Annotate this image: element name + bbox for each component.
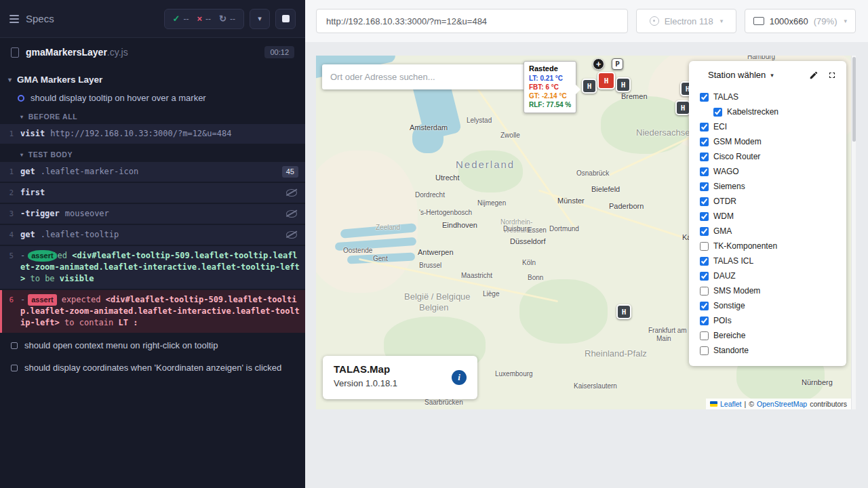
specs-label: Specs <box>26 13 54 24</box>
scrollbar-thumb[interactable] <box>852 57 856 142</box>
tooltip-measurement: RLF: 77.54 % <box>529 100 571 109</box>
test-body-header[interactable]: ▾ TEST BODY <box>0 145 305 162</box>
station-checkbox-row[interactable]: GMA <box>689 224 846 239</box>
station-checkbox-row[interactable]: Siemens <box>689 179 846 194</box>
station-checkbox-row[interactable]: Bereiche <box>689 328 846 343</box>
station-checkbox-row[interactable]: DAUZ <box>689 268 846 283</box>
station-checkbox[interactable] <box>700 152 709 161</box>
spec-header[interactable]: gmaMarkersLayer.cy.js 00:12 <box>0 38 305 65</box>
chevron-down-icon: ▾ <box>720 18 724 24</box>
station-checkbox[interactable] <box>700 227 709 236</box>
station-label: Standorte <box>713 346 749 355</box>
station-checkbox[interactable] <box>700 317 709 325</box>
station-checkbox[interactable] <box>700 197 709 206</box>
command-get-markers[interactable]: 1 get.leaflet-marker-icon 45 <box>0 162 305 182</box>
command-visit[interactable]: 1 visithttp://192.168.10.33:3000/?m=12&u… <box>0 124 305 144</box>
map-label: Düsseldorf <box>510 237 546 245</box>
specs-menu-icon <box>9 15 19 23</box>
station-checkbox[interactable] <box>700 182 709 191</box>
station-checkbox-row[interactable]: POIs <box>689 313 846 328</box>
map-label: Belgien <box>419 302 448 312</box>
stop-tests-button[interactable] <box>275 9 296 29</box>
station-checkbox-row[interactable]: WAGO <box>689 164 846 179</box>
osm-link[interactable]: OpenStreetMap <box>757 400 807 408</box>
station-checkbox[interactable] <box>700 331 709 340</box>
command-first[interactable]: 2 first <box>0 183 305 203</box>
station-marker[interactable]: H <box>675 100 690 115</box>
station-checkbox[interactable] <box>700 167 709 176</box>
command-assert-passed[interactable]: 5 -assertexpected <div#leaflet-tooltip-5… <box>0 246 305 289</box>
url-bar[interactable]: http://192.168.10.33:3000/?m=12&u=484 <box>316 9 628 33</box>
map-label: Eindhoven <box>442 221 477 229</box>
station-checkbox-row[interactable]: TALAS <box>689 89 846 104</box>
station-checkbox-row[interactable]: Sonstige <box>689 298 846 313</box>
station-checkbox[interactable] <box>700 257 709 266</box>
station-checkbox[interactable] <box>700 302 709 310</box>
suite-title[interactable]: ▾ GMA Markers Layer <box>0 70 305 89</box>
marker-tooltip: Rastede LT: 0.21 °CFBT: 6 °CGT: -2.14 °C… <box>524 61 576 113</box>
map-scrollbar[interactable] <box>851 56 856 409</box>
station-checkbox-row[interactable]: TALAS ICL <box>689 253 846 268</box>
station-checkbox-row[interactable]: WDM <box>689 209 846 224</box>
before-all-header[interactable]: ▾ BEFORE ALL <box>0 107 305 124</box>
collapse-caret-icon: ▾ <box>20 152 24 158</box>
station-checkbox[interactable] <box>713 108 722 117</box>
leaflet-link[interactable]: Leaflet <box>720 400 742 408</box>
station-label: Kabelstrecken <box>727 107 778 117</box>
pending-test-context-menu[interactable]: should open context menu on right-click … <box>0 334 305 357</box>
station-label: TALAS <box>713 92 738 102</box>
station-checkbox[interactable] <box>700 93 709 102</box>
station-marker[interactable]: + <box>593 58 604 70</box>
station-filter-panel: Station wählen ▾ TALAS Kabels <box>689 61 846 366</box>
command-get-tooltip[interactable]: 4 get.leaflet-tooltip <box>0 225 305 245</box>
viewport-select[interactable]: 1000x660 (79%) ▾ <box>745 9 856 33</box>
command-trigger[interactable]: 3 -triggermouseover <box>0 204 305 224</box>
map-label: Münster <box>557 197 585 205</box>
station-marker[interactable]: H <box>616 304 631 319</box>
active-test-title[interactable]: should display tooltip on hover over a m… <box>0 89 305 107</box>
command-method: get <box>20 167 35 176</box>
station-checkbox[interactable] <box>700 138 709 146</box>
station-checkbox-row[interactable]: Cisco Router <box>689 149 846 164</box>
station-marker[interactable]: P <box>612 58 623 70</box>
station-select[interactable]: Station wählen ▾ <box>708 70 774 80</box>
command-assert-failed[interactable]: 6 -assertexpected <div#leaflet-tooltip-5… <box>0 290 305 333</box>
station-marker[interactable]: H <box>582 79 597 94</box>
station-checkbox[interactable] <box>700 272 709 281</box>
station-checkbox-row[interactable]: ECI <box>689 119 846 134</box>
station-checkbox[interactable] <box>700 212 709 221</box>
station-checkbox[interactable] <box>700 287 709 296</box>
eye-slash-icon <box>286 231 297 239</box>
active-test-label: should display tooltip on hover over a m… <box>31 93 206 103</box>
map-label: 's-Hertogenbosch <box>419 209 472 216</box>
station-checkbox-row[interactable]: GSM Modem <box>689 134 846 149</box>
map-label: Liège <box>483 290 499 298</box>
station-checkbox-row[interactable]: Kabelstrecken <box>689 104 846 119</box>
station-checkbox-row[interactable]: Standorte <box>689 343 846 358</box>
leaflet-map[interactable]: HamburgGroningenLeeuwardenBremenLelystad… <box>316 56 856 409</box>
station-checkbox-row[interactable]: TK-Komponenten <box>689 239 846 253</box>
preferences-collapse-button[interactable]: ▾ <box>250 9 270 29</box>
map-label: Paderborn <box>609 202 644 210</box>
aut-panel: http://192.168.10.33:3000/?m=12&u=484 El… <box>305 0 868 488</box>
station-marker[interactable]: H <box>616 77 631 92</box>
expand-icon[interactable] <box>827 70 837 80</box>
info-icon[interactable]: i <box>452 370 467 385</box>
station-marker[interactable]: H <box>597 72 615 89</box>
marker-glyph: H <box>621 81 626 89</box>
collapse-caret-icon: ▾ <box>8 76 12 83</box>
map-search-input[interactable] <box>322 64 526 89</box>
edit-pencil-icon[interactable] <box>809 70 818 80</box>
browser-select[interactable]: Electron 118 ▾ <box>636 9 736 33</box>
assert-pill: assert <box>28 250 56 262</box>
specs-menu-button[interactable]: Specs <box>9 13 54 24</box>
pending-test-coordinates[interactable]: should display coordinates when 'Koordin… <box>0 357 305 379</box>
station-checkbox[interactable] <box>700 242 709 251</box>
element-count-badge: 45 <box>282 166 298 178</box>
chevron-down-icon: ▾ <box>770 72 774 79</box>
chevron-down-icon: ▾ <box>844 18 847 24</box>
station-checkbox[interactable] <box>700 123 709 131</box>
station-checkbox-row[interactable]: OTDR <box>689 194 846 209</box>
station-checkbox-row[interactable]: SMS Modem <box>689 283 846 298</box>
station-checkbox[interactable] <box>700 346 709 355</box>
